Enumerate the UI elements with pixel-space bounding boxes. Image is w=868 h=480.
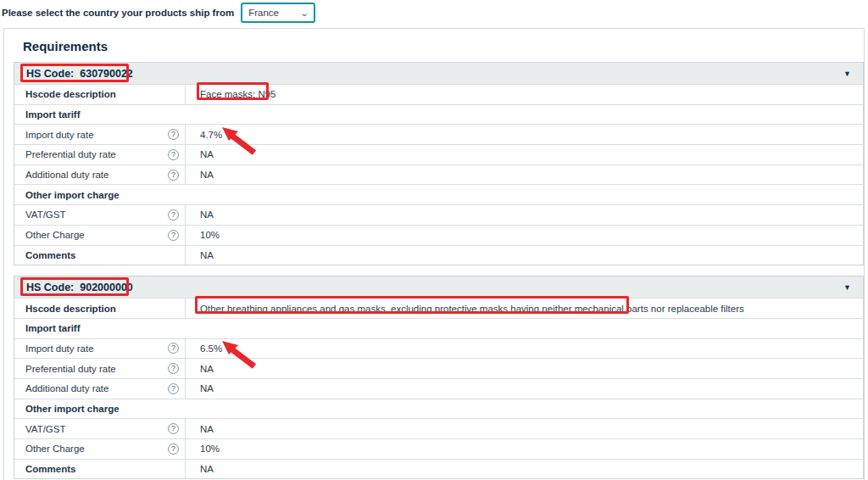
section-label: Other import charge	[14, 185, 863, 204]
requirements-panel: Requirements HS Code: 630790022 ▼ Hscode…	[3, 28, 865, 480]
table-row: Comments NA	[14, 459, 863, 479]
help-icon[interactable]: ?	[168, 444, 179, 455]
hs-code-label: HS Code:	[26, 282, 74, 293]
row-value: Face masks: N95	[186, 85, 863, 104]
table-section-row: Other import charge	[14, 399, 863, 419]
table-section-row: Import tariff	[14, 318, 863, 338]
hs-code-value: 630790022	[80, 68, 133, 80]
row-value: NA	[186, 145, 863, 165]
row-value: 6.5%	[186, 339, 863, 359]
table-section-row: Import tariff	[14, 104, 863, 125]
row-value: NA	[186, 165, 863, 185]
row-value: 4.7%	[186, 125, 863, 144]
table-row: Other Charge? 10%	[14, 438, 863, 459]
row-label: Import duty rate	[25, 130, 168, 140]
row-label: Other Charge	[25, 444, 168, 454]
table-row: Import duty rate? 4.7%	[14, 124, 863, 144]
help-icon[interactable]: ?	[168, 363, 179, 374]
table-row: Other Charge? 10%	[14, 225, 863, 245]
help-icon[interactable]: ?	[168, 423, 179, 434]
table-row: Additional duty rate? NA	[14, 165, 863, 185]
help-icon[interactable]: ?	[168, 170, 179, 181]
country-select-label: Please select the country your products …	[2, 8, 234, 18]
table-row: Hscode description Other breathing appli…	[14, 298, 863, 318]
page-title: Requirements	[23, 39, 864, 53]
table-section-row: Other import charge	[14, 184, 863, 204]
row-label: Comments	[25, 464, 179, 474]
row-label: Preferential duty rate	[25, 149, 168, 159]
row-label: Preferential duty rate	[25, 364, 168, 374]
country-select-value: France	[248, 8, 279, 18]
ship-from-bar: Please select the country your products …	[2, 2, 315, 24]
help-icon[interactable]: ?	[168, 129, 179, 140]
hs-code-title: HS Code: 630790022	[26, 68, 133, 80]
row-label: Other Charge	[25, 230, 168, 240]
hs-code-header[interactable]: HS Code: 902000000 ▼	[14, 276, 863, 298]
hs-code-label: HS Code:	[26, 68, 74, 80]
table-row: VAT/GST? NA	[14, 204, 863, 225]
help-icon[interactable]: ?	[168, 149, 179, 160]
table-row: Import duty rate? 6.5%	[14, 338, 863, 359]
section-label: Other import charge	[14, 399, 863, 419]
row-label: VAT/GST	[25, 209, 168, 220]
help-icon[interactable]: ?	[168, 209, 179, 220]
help-icon[interactable]: ?	[168, 343, 179, 354]
table-row: Preferential duty rate? NA	[14, 144, 863, 165]
hs-code-table-902000000: HS Code: 902000000 ▼ Hscode description …	[14, 276, 864, 479]
table-row: Comments NA	[14, 245, 863, 265]
table-row: Preferential duty rate? NA	[14, 358, 863, 378]
row-value: NA	[186, 460, 863, 479]
table-row: Additional duty rate? NA	[14, 378, 863, 399]
row-value: NA	[186, 205, 863, 225]
hs-code-header[interactable]: HS Code: 630790022 ▼	[14, 63, 863, 84]
row-label: Hscode description	[25, 89, 179, 99]
row-value: NA	[186, 379, 863, 399]
row-label: Import duty rate	[25, 343, 168, 354]
row-value: NA	[186, 246, 863, 265]
collapse-caret-icon[interactable]: ▼	[843, 70, 851, 78]
row-value: 10%	[186, 439, 863, 459]
section-label: Import tariff	[14, 105, 863, 125]
country-select[interactable]: France ⌄	[241, 3, 315, 23]
hs-code-title: HS Code: 902000000	[26, 282, 133, 293]
hs-code-value: 902000000	[80, 282, 133, 293]
hs-code-table-630790022: HS Code: 630790022 ▼ Hscode description …	[14, 62, 864, 265]
row-value: 10%	[186, 226, 863, 245]
row-value: Other breathing appliances and gas masks…	[186, 299, 863, 318]
row-label: Comments	[25, 250, 179, 260]
row-value: NA	[186, 419, 863, 438]
help-icon[interactable]: ?	[168, 230, 179, 241]
table-row: VAT/GST? NA	[14, 418, 863, 438]
row-label: VAT/GST	[25, 424, 168, 434]
help-icon[interactable]: ?	[168, 383, 179, 394]
chevron-down-icon: ⌄	[299, 8, 309, 18]
section-label: Import tariff	[14, 319, 863, 338]
collapse-caret-icon[interactable]: ▼	[843, 283, 851, 292]
row-value: NA	[186, 359, 863, 378]
row-label: Hscode description	[25, 304, 179, 314]
row-label: Additional duty rate	[25, 383, 168, 393]
table-row: Hscode description Face masks: N95	[14, 84, 863, 104]
row-label: Additional duty rate	[25, 170, 168, 180]
